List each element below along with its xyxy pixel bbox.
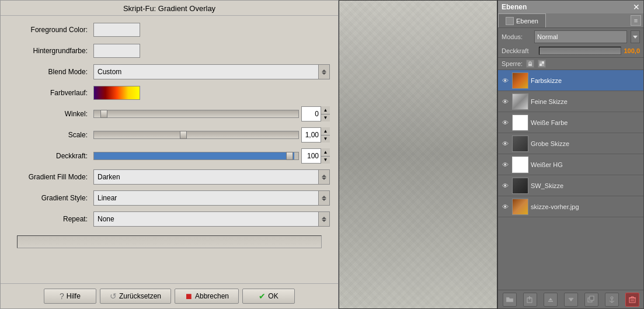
winkel-spin-down[interactable]: ▼ bbox=[321, 114, 330, 122]
eye-grobe-skizze[interactable]: 👁 bbox=[500, 139, 510, 148]
layers-bottom-bar bbox=[498, 290, 643, 308]
eye-feine-skizze[interactable]: 👁 bbox=[500, 97, 510, 106]
panel-menu-button[interactable]: ≡ bbox=[631, 15, 641, 26]
ok-label: OK bbox=[268, 292, 278, 300]
scale-spin-buttons: ▲ ▼ bbox=[321, 127, 330, 143]
new-layer-button[interactable] bbox=[523, 293, 537, 307]
tab-ebenen[interactable]: Ebenen bbox=[498, 13, 546, 27]
modus-select[interactable]: Normal Dissolve Multiply bbox=[534, 30, 627, 43]
repeat-label: Repeat: bbox=[9, 215, 93, 223]
move-up-button[interactable] bbox=[544, 293, 558, 307]
lock-row: Sperre: bbox=[498, 58, 643, 70]
scale-input-wrapper: 1,00 ▲ ▼ bbox=[301, 127, 330, 143]
winkel-spin-up[interactable]: ▲ bbox=[321, 106, 330, 114]
move-down-button[interactable] bbox=[564, 293, 578, 307]
foreground-color-row: Foreground Color: bbox=[9, 22, 330, 38]
gradient-style-label: Gradient Style: bbox=[9, 194, 93, 202]
gradient-fill-row: Gradient Fill Mode: Darken Lighten Norma… bbox=[9, 169, 330, 185]
gradient-fill-label: Gradient Fill Mode: bbox=[9, 173, 93, 181]
scale-row: Scale: 1,00 ▲ ▼ bbox=[9, 127, 330, 143]
eye-weisser-hg[interactable]: 👁 bbox=[500, 160, 510, 169]
new-layer-icon bbox=[526, 296, 534, 304]
svg-rect-7 bbox=[569, 298, 573, 299]
layer-item-grobe-skizze[interactable]: 👁 Grobe Skizze bbox=[498, 133, 643, 154]
duplicate-layer-button[interactable] bbox=[584, 293, 598, 307]
modus-label: Modus: bbox=[502, 33, 531, 40]
scale-label: Scale: bbox=[9, 131, 93, 139]
blend-mode-select[interactable]: Custom Normal Dissolve Multiply bbox=[93, 64, 330, 79]
svg-rect-9 bbox=[590, 296, 594, 300]
layer-item-skizze-vorher[interactable]: 👁 skizze-vorher.jpg bbox=[498, 196, 643, 217]
deckkraft-spin-down[interactable]: ▼ bbox=[321, 157, 330, 164]
layers-tab-bar: Ebenen ≡ bbox=[498, 13, 643, 28]
abbrechen-label: Abbrechen bbox=[195, 292, 229, 300]
layer-item-feine-skizze[interactable]: 👁 Feine Skizze bbox=[498, 91, 643, 112]
layer-item-weisser-hg[interactable]: 👁 Weißer HG bbox=[498, 154, 643, 175]
layer-name-weisser-hg: Weißer HG bbox=[531, 161, 641, 168]
spacer-bar bbox=[17, 235, 322, 248]
tab-ebenen-label: Ebenen bbox=[516, 18, 538, 25]
layers-title-bar: Ebenen ✕ bbox=[498, 1, 643, 13]
cancel-icon: ⏹ bbox=[185, 291, 193, 301]
repeat-select[interactable]: None Sawtooth Wave Triangular Wave bbox=[93, 211, 330, 227]
deckkraft-slider-track[interactable] bbox=[93, 152, 299, 160]
lock-alpha-button[interactable] bbox=[538, 60, 546, 68]
eye-sw-skizze[interactable]: 👁 bbox=[500, 181, 510, 190]
eye-farbskizze[interactable]: 👁 bbox=[500, 76, 510, 85]
zuruecksetzen-button[interactable]: ↺ Zurücksetzen bbox=[100, 289, 171, 304]
winkel-row: Winkel: 0 ▲ ▼ bbox=[9, 106, 330, 122]
deckkraft-input-wrapper: 100 ▲ ▼ bbox=[301, 148, 330, 164]
delete-layer-button[interactable] bbox=[625, 293, 639, 307]
layers-panel: Ebenen ✕ Ebenen ≡ Modus: Normal Dissolve… bbox=[497, 0, 644, 309]
layer-item-farbskizze[interactable]: 👁 Farbskizze bbox=[498, 70, 643, 91]
repeat-row: Repeat: None Sawtooth Wave Triangular Wa… bbox=[9, 211, 330, 227]
winkel-slider-track[interactable] bbox=[93, 110, 299, 118]
abbrechen-button[interactable]: ⏹ Abbrechen bbox=[175, 289, 239, 304]
eye-weisse-farbe[interactable]: 👁 bbox=[500, 118, 510, 127]
gradient-style-row: Gradient Style: Linear Radial Angular bbox=[9, 190, 330, 206]
scale-spin-up[interactable]: ▲ bbox=[321, 127, 330, 136]
close-button[interactable]: ✕ bbox=[633, 3, 640, 11]
deckkraft-spin-buttons: ▲ ▼ bbox=[321, 148, 330, 164]
scale-spin-down[interactable]: ▼ bbox=[321, 136, 330, 143]
zuruecksetzen-label: Zurücksetzen bbox=[119, 292, 161, 300]
button-bar: ? Hilfe ↺ Zurücksetzen ⏹ Abbrechen ✔ OK bbox=[1, 283, 338, 308]
deckkraft-spin-up[interactable]: ▲ bbox=[321, 148, 330, 157]
blend-mode-dropdown-wrapper: Custom Normal Dissolve Multiply bbox=[93, 64, 330, 79]
background-color-picker[interactable] bbox=[93, 44, 140, 58]
layers-title: Ebenen bbox=[502, 3, 527, 11]
layer-item-weisse-farbe[interactable]: 👁 Weiße Farbe bbox=[498, 112, 643, 133]
opacity-slider[interactable] bbox=[539, 47, 621, 55]
opacity-row: Deckkraft 100,0 bbox=[498, 46, 643, 58]
gradient-fill-select[interactable]: Darken Lighten Normal bbox=[93, 169, 330, 185]
opacity-value: 100,0 bbox=[624, 47, 640, 54]
lock-pixels-button[interactable] bbox=[526, 60, 534, 68]
form-area: Foreground Color: Hintergrundfarbe: Blen… bbox=[1, 16, 338, 283]
gradient-preview[interactable] bbox=[93, 86, 140, 100]
hilfe-button[interactable]: ? Hilfe bbox=[44, 289, 96, 304]
thumb-weisser-hg bbox=[512, 157, 528, 173]
modus-arrow[interactable] bbox=[631, 30, 640, 43]
anchor-layer-button[interactable] bbox=[605, 293, 619, 307]
background-color-row: Hintergrundfarbe: bbox=[9, 43, 330, 59]
new-layer-group-button[interactable] bbox=[503, 293, 517, 307]
svg-rect-2 bbox=[542, 64, 544, 66]
layer-name-farbskizze: Farbskizze bbox=[531, 77, 641, 84]
blend-mode-label: Blend Mode: bbox=[9, 68, 93, 76]
eye-skizze-vorher[interactable]: 👁 bbox=[500, 202, 510, 211]
svg-point-10 bbox=[611, 297, 613, 299]
scale-slider-track[interactable] bbox=[93, 131, 299, 139]
mode-controls: Modus: Normal Dissolve Multiply bbox=[498, 28, 643, 46]
folder-icon bbox=[506, 296, 514, 304]
ok-button[interactable]: ✔ OK bbox=[242, 289, 295, 304]
layer-item-sw-skizze[interactable]: 👁 SW_Skizze bbox=[498, 175, 643, 196]
gradient-style-select[interactable]: Linear Radial Angular bbox=[93, 190, 330, 206]
sketch-image bbox=[339, 1, 497, 308]
foreground-color-picker[interactable] bbox=[93, 23, 140, 37]
hilfe-label: Hilfe bbox=[67, 292, 81, 300]
layers-list: 👁 Farbskizze 👁 Feine Skizze 👁 Weiße Farb… bbox=[498, 70, 643, 290]
svg-rect-3 bbox=[542, 61, 544, 64]
canvas-area bbox=[339, 0, 497, 309]
deckkraft-row: Deckkraft: 100 ▲ ▼ bbox=[9, 148, 330, 164]
layer-name-feine-skizze: Feine Skizze bbox=[531, 98, 641, 105]
